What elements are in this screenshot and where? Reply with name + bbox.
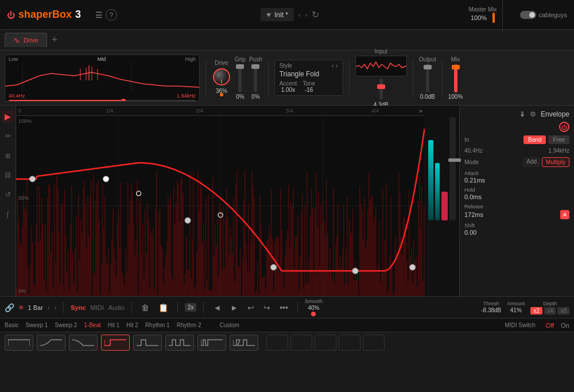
transport-next[interactable]: › (55, 304, 57, 311)
style-prev[interactable]: ‹ (332, 63, 333, 69)
redo-button[interactable]: ↪ (261, 302, 273, 313)
curve-tool[interactable]: ∫ (2, 208, 14, 220)
shift-label: Shift (464, 223, 569, 228)
list-icon[interactable]: ≡ (19, 303, 24, 312)
envelope-panel: ⇓ ⚙ Envelope ⏻ In Band Free 40.4Hz 1.94k… (459, 106, 574, 296)
release-indicator[interactable]: A (560, 210, 569, 219)
transport-prev[interactable]: ‹ (48, 304, 50, 311)
nav-prev[interactable]: ‹ (298, 11, 301, 18)
link-tool[interactable]: ⛓ (2, 169, 14, 181)
custom-slot-4[interactable] (339, 335, 360, 351)
custom-slot-5[interactable] (363, 335, 385, 351)
shape-sweep1[interactable] (37, 335, 65, 351)
env-settings-icon[interactable]: ⚙ (530, 110, 536, 118)
custom-slot-1[interactable] (266, 335, 288, 351)
freq-slider-thumb[interactable] (121, 99, 126, 102)
push-thumb[interactable] (251, 64, 259, 69)
shape-basic[interactable] (5, 335, 33, 351)
shift-param: Shift 0.00 (464, 223, 569, 236)
audio-label[interactable]: Audio (108, 304, 125, 311)
copy-button[interactable]: 📋 (156, 302, 170, 313)
tab-rhythm2[interactable]: Rhythm 2 (177, 322, 201, 328)
output-slider[interactable] (426, 64, 429, 92)
freq-left-val: 40.4Hz (9, 93, 25, 99)
add-mode-button[interactable]: Add (523, 157, 540, 167)
env-range-row: 40.4Hz 1.94kHz (464, 148, 569, 154)
favorite-icon[interactable]: ♥ (266, 10, 271, 19)
style-next[interactable]: › (336, 63, 338, 69)
add-tab-button[interactable]: + (47, 34, 63, 46)
tab-hit1[interactable]: Hit 1 (108, 322, 120, 328)
select-tool[interactable]: ▶ (2, 110, 14, 123)
help-button[interactable]: ? (106, 9, 117, 21)
output-thumb[interactable] (424, 65, 432, 69)
shape-1beat[interactable] (101, 335, 130, 351)
preset-area: ♥ Init * (261, 8, 294, 21)
pencil-tool[interactable]: ✏ (2, 130, 14, 142)
tab-sweep1[interactable]: Sweep 1 (25, 322, 48, 328)
drive-tab[interactable]: ∿ Drive (5, 33, 47, 47)
bar-label: 1 Bar (28, 304, 43, 311)
link-button[interactable]: 🔗 (5, 303, 14, 312)
midi-off[interactable]: Off (546, 322, 554, 329)
custom-slot-2[interactable] (290, 335, 312, 351)
multiply-mode-button[interactable]: Multiply (542, 157, 569, 167)
tab-hit2[interactable]: Hit 2 (126, 322, 138, 328)
input-thumb[interactable] (377, 84, 385, 89)
play-back-button[interactable]: ◄ (211, 302, 223, 313)
mix-slider[interactable] (454, 64, 457, 92)
undo-button[interactable]: ↩ (245, 302, 257, 313)
envelope-power-button[interactable]: ⏻ (559, 122, 569, 132)
mix-section: Mix 100% (448, 56, 463, 100)
menu-button[interactable]: ☰ (92, 9, 106, 21)
tab-basic[interactable]: Basic (5, 322, 18, 328)
midi-label[interactable]: MIDI (91, 304, 104, 311)
band-button[interactable]: Band (523, 135, 546, 144)
ruler-nav-button[interactable]: » (419, 107, 422, 114)
grip-slider[interactable] (238, 64, 242, 92)
level-slider[interactable] (449, 117, 456, 220)
freq-range-slider[interactable] (9, 100, 196, 102)
custom-slot-3[interactable] (315, 335, 336, 351)
grip-val: 0% (236, 94, 244, 100)
push-slider[interactable] (254, 64, 257, 92)
depth-buttons: x2 x4 x8 (530, 307, 569, 315)
depth-x4[interactable]: x4 (544, 307, 556, 315)
sync-label[interactable]: Sync (71, 304, 86, 311)
nav-next[interactable]: › (305, 11, 308, 18)
more-button[interactable]: ••• (277, 302, 290, 313)
shape-hit1[interactable] (133, 335, 162, 351)
depth-x2[interactable]: x2 (530, 307, 542, 315)
shape-sweep2[interactable] (69, 335, 98, 351)
smooth-dot[interactable] (311, 312, 316, 316)
multiplier-button[interactable]: 2x (185, 303, 197, 312)
env-download-icon[interactable]: ⇓ (519, 110, 525, 118)
shape-rhythm1[interactable] (197, 335, 226, 351)
input-slider[interactable] (379, 79, 383, 99)
ruler: 0 1/4 2/4 3/4 4/4 » (16, 106, 425, 116)
header-center: ♥ Init * ‹ › ↻ (117, 8, 463, 21)
loop-tool[interactable]: ↺ (2, 188, 14, 201)
shape-hit2[interactable] (165, 335, 194, 351)
tab-rhythm1[interactable]: Rhythm 1 (145, 322, 170, 328)
shape-rhythm2[interactable] (230, 335, 258, 351)
ruler-0: 0 (18, 108, 21, 114)
tab-1beat[interactable]: 1-Beat (84, 322, 100, 328)
sync-button[interactable]: ↻ (312, 9, 319, 20)
power-icon[interactable]: ⏻ (7, 10, 15, 20)
grip-thumb[interactable] (236, 64, 244, 69)
depth-x8[interactable]: x8 (557, 307, 569, 315)
midi-on[interactable]: On (561, 322, 569, 329)
tab-sweep2[interactable]: Sweep 2 (55, 322, 77, 328)
grid-tool[interactable]: ⊞ (2, 149, 14, 162)
delete-button[interactable]: 🗑 (139, 302, 152, 313)
play-fwd-button[interactable]: ► (228, 302, 241, 313)
level-thumb[interactable] (448, 158, 461, 162)
hold-param: Hold 0.0ms (464, 187, 569, 200)
drive-knob[interactable] (212, 67, 231, 87)
env-range-low: 40.4Hz (464, 148, 483, 154)
waveform-canvas[interactable] (16, 116, 425, 296)
mix-thumb[interactable] (452, 65, 460, 69)
output-section: Output 0.0dB (419, 56, 436, 100)
free-button[interactable]: Free (548, 135, 569, 144)
